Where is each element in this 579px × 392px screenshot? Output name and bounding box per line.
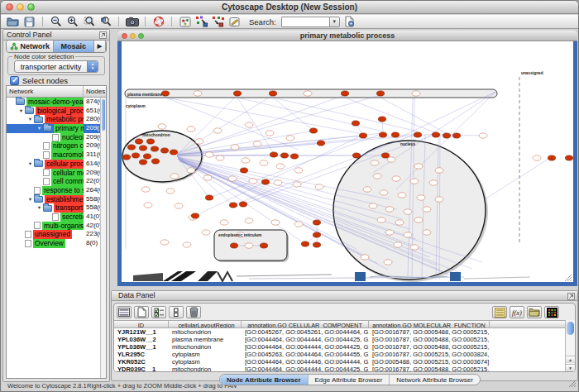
graph-node-outlined[interactable] [202, 230, 210, 235]
graph-node[interactable] [548, 155, 555, 160]
graph-node[interactable] [191, 213, 199, 218]
tab-mosaic[interactable]: Mosaic [54, 41, 94, 52]
graph-node-outlined[interactable] [175, 203, 183, 208]
graph-node[interactable] [229, 203, 237, 208]
advanced-search-icon[interactable] [227, 16, 242, 28]
graph-node[interactable] [341, 91, 348, 96]
graph-node-outlined[interactable] [363, 187, 371, 192]
graph-node[interactable] [170, 150, 177, 155]
graph-node-outlined[interactable] [228, 176, 237, 181]
graph-node-outlined[interactable] [380, 190, 388, 195]
tree-item-multi-organism-pro[interactable]: multi-organism pro42(0) [7, 222, 100, 231]
tree-scrollbar-thumb[interactable] [102, 99, 105, 131]
column-header-annotation-go-molecular-function[interactable]: annotation.GO MOLECULAR_FUNCTION [369, 321, 490, 327]
graph-node-outlined[interactable] [205, 152, 213, 157]
graph-node-outlined[interactable] [398, 193, 406, 198]
disclosure-triangle-icon[interactable]: ▼ [26, 195, 34, 204]
graph-node[interactable] [270, 152, 277, 157]
import-attributes-icon[interactable] [527, 306, 542, 318]
disclosure-triangle-icon[interactable]: ▼ [26, 160, 34, 169]
graph-node[interactable] [161, 91, 169, 96]
scroll-down-icon[interactable]: ▼ [566, 364, 575, 371]
graph-node-outlined[interactable] [216, 155, 224, 160]
graph-node[interactable] [290, 154, 298, 159]
graph-node[interactable] [313, 220, 320, 225]
graph-node-outlined[interactable] [417, 195, 425, 200]
graph-node[interactable] [378, 117, 385, 122]
table-scrollbar-thumb[interactable] [567, 322, 574, 335]
graph-node[interactable] [146, 139, 154, 144]
function-builder-icon[interactable]: f(x) [510, 306, 524, 318]
tab-network[interactable]: Network [7, 41, 54, 52]
graph-node-outlined[interactable] [435, 197, 443, 202]
graph-node-outlined[interactable] [213, 128, 222, 133]
table-row-ypl036w-1[interactable]: YPL036W__1mitochondrion[GO:0044464, GO:0… [114, 343, 565, 351]
graph-node-outlined[interactable] [369, 203, 377, 208]
graph-node-outlined[interactable] [373, 174, 381, 179]
column-header[interactable] [490, 321, 568, 327]
graph-node-outlined[interactable] [429, 180, 438, 185]
graph-node-outlined[interactable] [253, 141, 261, 146]
graph-node[interactable] [139, 160, 146, 165]
graph-node[interactable] [230, 243, 237, 248]
graph-node-outlined[interactable] [231, 145, 239, 150]
graph-node-outlined[interactable] [392, 176, 400, 181]
graph-node-outlined[interactable] [260, 160, 268, 165]
graph-node-outlined[interactable] [276, 164, 285, 169]
network-canvas-svg[interactable]: plasma membrane cytoplasm mitochondrion … [122, 41, 573, 282]
window-resize-grip-icon[interactable] [568, 380, 577, 390]
graph-node[interactable] [414, 132, 421, 137]
graph-node[interactable] [379, 132, 386, 137]
table-row-ylr295c[interactable]: YLR295Ccytoplasm[GO:0045263, GO:0044464,… [114, 351, 565, 358]
graph-node-outlined[interactable] [410, 245, 419, 250]
zoom-fit-icon[interactable] [82, 16, 96, 28]
graph-node-outlined[interactable] [423, 207, 431, 212]
network-view-titlebar[interactable]: primary metabolic process [117, 31, 577, 41]
graph-node-outlined[interactable] [249, 179, 257, 184]
attribute-grid-icon[interactable] [117, 306, 132, 318]
graph-node-outlined[interactable] [170, 174, 179, 179]
scroll-up-icon[interactable]: ▲ [566, 356, 575, 363]
graph-node[interactable] [301, 241, 309, 246]
graph-node-outlined[interactable] [435, 168, 443, 173]
tab-node-attribute-browser[interactable]: Node Attribute Browser [220, 375, 309, 385]
column-header-id[interactable]: ID [114, 321, 169, 327]
graph-node-outlined[interactable] [315, 184, 323, 189]
tree-item-transport[interactable]: ▼transport558(0) [7, 203, 100, 213]
graph-node-outlined[interactable] [384, 260, 392, 265]
tree-item-metabolic-process[interactable]: ▼metabolic process280(0) [7, 115, 100, 124]
graph-node[interactable] [239, 202, 246, 207]
delete-attribute-icon[interactable] [186, 306, 201, 318]
graph-node-outlined[interactable] [144, 203, 152, 208]
graph-node-outlined[interactable] [203, 175, 212, 180]
graph-node-outlined[interactable] [141, 187, 150, 192]
graph-node-outlined[interactable] [245, 122, 253, 127]
graph-node[interactable] [359, 133, 366, 138]
graph-node-outlined[interactable] [274, 180, 282, 185]
graph-node-outlined[interactable] [377, 218, 385, 222]
graph-node-outlined[interactable] [245, 218, 253, 223]
graph-node[interactable] [313, 242, 320, 247]
canvas-resize-grip-icon[interactable] [565, 275, 572, 281]
graph-node-outlined[interactable] [412, 91, 420, 96]
disclosure-triangle-icon[interactable]: ▼ [26, 115, 34, 124]
graph-node-outlined[interactable] [183, 242, 191, 247]
graph-node[interactable] [260, 243, 267, 248]
snapshot-icon[interactable] [125, 16, 139, 28]
tree-item-response-to-stimulu[interactable]: response to stimulu264(0) [7, 186, 100, 195]
graph-node-outlined[interactable] [266, 131, 274, 136]
tree-item-primary-metabo[interactable]: ▼primary metabo209(... [7, 124, 100, 133]
graph-node[interactable] [381, 153, 389, 158]
graph-node[interactable] [143, 154, 151, 159]
graph-node-outlined[interactable] [361, 255, 369, 260]
disclosure-triangle-icon[interactable]: ▼ [17, 107, 25, 116]
graph-node-outlined[interactable] [293, 182, 301, 187]
graph-node-outlined[interactable] [187, 168, 195, 173]
graph-node[interactable] [122, 155, 130, 160]
graph-node[interactable] [313, 232, 320, 237]
graph-node-outlined[interactable] [410, 179, 419, 184]
graph-node-outlined[interactable] [404, 209, 412, 214]
graph-node-outlined[interactable] [404, 232, 412, 237]
heatmap-icon[interactable] [544, 306, 559, 318]
help-icon[interactable] [151, 16, 165, 28]
